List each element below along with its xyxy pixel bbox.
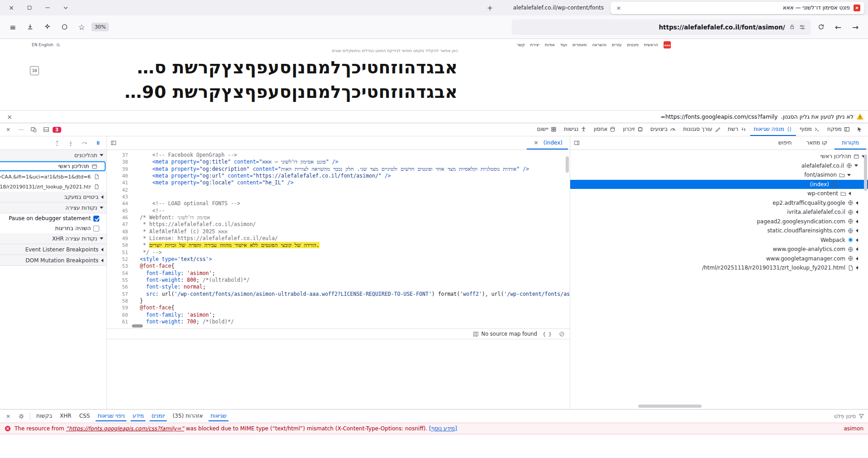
pause-on-exceptions-checkbox[interactable]: [93, 226, 99, 231]
sources-vertical-scrollbar[interactable]: [864, 154, 867, 191]
code-line[interactable]: <!-- LOAD optional FONTS -->: [136, 200, 240, 207]
tree-item-domain[interactable]: ep2.adtrafficquality.google: [570, 198, 868, 208]
step-in-icon[interactable]: [64, 136, 78, 149]
collapse-editor-pane-icon[interactable]: [109, 139, 118, 148]
line-number[interactable]: 57: [107, 291, 136, 298]
code-line[interactable]: font-weight: 800; /*(ultrabold)*/: [136, 277, 249, 284]
code-line[interactable]: <meta property="og:description" content=…: [136, 166, 529, 173]
dismiss-warning-icon[interactable]: ×: [5, 113, 15, 121]
sparkle-extension-icon[interactable]: [40, 20, 54, 34]
filter-logs[interactable]: יומנים: [150, 411, 167, 421]
code-line[interactable]: */ -->: [136, 249, 161, 256]
language-switcher[interactable]: EN English: [32, 43, 60, 47]
twisty-collapsed-icon[interactable]: [856, 220, 858, 223]
line-number[interactable]: 37: [107, 152, 136, 159]
step-over-icon[interactable]: [78, 136, 91, 149]
filter-debug[interactable]: ניפוי שגיאות: [96, 411, 126, 421]
code-line[interactable]: <!--: [136, 207, 165, 214]
line-number[interactable]: 45: [107, 207, 136, 214]
tab-memory[interactable]: זיכרון: [619, 123, 647, 136]
line-number[interactable]: 42: [107, 187, 136, 193]
forward-icon[interactable]: →: [848, 20, 863, 34]
tree-item-folder[interactable]: font/asimon: [570, 170, 868, 180]
code-line[interactable]: font-family: 'asimon';: [136, 270, 215, 277]
line-number[interactable]: 47: [107, 221, 136, 228]
tree-item-index-selected[interactable]: (index): [570, 180, 868, 189]
tree-item-folder[interactable]: wp-content: [570, 189, 868, 198]
code-line[interactable]: @font-face{: [136, 263, 174, 270]
downloads-icon[interactable]: [23, 20, 37, 34]
line-number[interactable]: 38: [107, 159, 136, 165]
tab-sources[interactable]: מקורות: [834, 136, 866, 149]
pause-on-debugger-row[interactable]: Pause on debugger statement: [0, 213, 107, 223]
shield-extension-icon[interactable]: [57, 20, 72, 34]
code-line[interactable]: src: url('/wp-content/fonts/asimon/asimo…: [136, 291, 570, 298]
tree-item-main-thread[interactable]: תהליכון ראשי: [570, 152, 868, 161]
code-line[interactable]: <meta property="og:locale" content="he_I…: [136, 179, 293, 186]
minimize-button[interactable]: [40, 2, 55, 14]
tab-secondary[interactable]: alefalefalef.co.il/wp-content/fonts: [499, 2, 608, 14]
tab-performance[interactable]: ביצועים: [647, 123, 679, 136]
dom-mutation-breakpoints-header[interactable]: DOM Mutation Breakpoints: [0, 255, 107, 266]
devtools-menu-icon[interactable]: ⋯: [15, 123, 27, 136]
code-line[interactable]: font-family: 'asimon';: [136, 312, 215, 318]
line-number[interactable]: 55: [107, 277, 136, 284]
twisty-expanded-icon[interactable]: [847, 174, 851, 176]
error-source-link[interactable]: asimon: [844, 425, 863, 432]
twisty-collapsed-icon[interactable]: [849, 192, 851, 195]
pretty-print-icon[interactable]: { }: [543, 331, 552, 337]
code-line[interactable]: [136, 187, 140, 193]
code-line[interactable]: <style type='text/css'>: [136, 256, 212, 263]
tree-item-webpack[interactable]: Webpack: [570, 236, 868, 245]
filter-xhr[interactable]: XHR: [58, 411, 73, 421]
code-line[interactable]: /* Webfont: אסימון דו־לשוני: [136, 214, 210, 221]
line-number[interactable]: 46: [107, 214, 136, 221]
line-number[interactable]: 56: [107, 284, 136, 290]
code-line[interactable]: * AlefAlefAlef (c) 2025 אאא: [136, 228, 228, 235]
line-number[interactable]: 39: [107, 166, 136, 173]
line-number[interactable]: 48: [107, 228, 136, 235]
reload-icon[interactable]: [814, 20, 828, 34]
bookmark-star-icon[interactable]: ☆: [74, 20, 89, 34]
threads-header[interactable]: תהליכונים: [0, 150, 107, 161]
new-tab-button[interactable]: +: [484, 2, 496, 14]
tree-item-file[interactable]: /html/r20251118/r20190131/zrt_lookup_fy2…: [570, 263, 868, 273]
learn-more-link[interactable]: [מידע נוסף]: [429, 425, 457, 432]
code-editor[interactable]: 37 <!-- Facebook OpenGraph --> 38 <meta …: [107, 150, 570, 328]
tab-debugger[interactable]: מנפה שגיאות: [750, 123, 796, 136]
code-line[interactable]: font-weight: 700; /*(bold)*/: [136, 318, 234, 325]
line-number[interactable]: 58: [107, 298, 136, 304]
url-bar[interactable]: https://alefalefalef.co.il/font/asimon/: [512, 19, 811, 35]
code-line[interactable]: <!-- Facebook OpenGraph -->: [136, 152, 237, 159]
tree-item-domain[interactable]: alefalefalef.co.il: [570, 161, 868, 171]
code-line[interactable]: * https://alefalefalef.co.il/asimon/: [136, 221, 256, 228]
line-number[interactable]: 59: [107, 304, 136, 311]
tab-storage[interactable]: אחסון: [590, 123, 619, 136]
filter-info[interactable]: מידע: [131, 411, 145, 421]
line-number[interactable]: 54: [107, 270, 136, 277]
line-number[interactable]: 61: [107, 318, 136, 325]
twisty-collapsed-icon[interactable]: [856, 257, 858, 260]
thread-frame[interactable]: ...l/r20251118/r20190131/zrt_lookup_fy20…: [0, 182, 107, 192]
filter-errors[interactable]: שגיאות: [209, 411, 228, 421]
editor-vertical-scrollbar[interactable]: [566, 156, 569, 173]
source-file-tab[interactable]: (index) ×: [527, 136, 568, 149]
line-number[interactable]: 51: [107, 249, 136, 256]
twisty-collapsed-icon[interactable]: [856, 210, 858, 214]
tab-network[interactable]: רשת: [724, 123, 750, 136]
tab-accessibility[interactable]: נגישות: [560, 123, 590, 136]
tab-style-editor[interactable]: עורך סגנונות: [679, 123, 724, 136]
tree-item-domain[interactable]: pagead2.googlesyndication.com: [570, 217, 868, 227]
tab-search[interactable]: חיפוש: [771, 136, 799, 149]
close-source-tab-icon[interactable]: ×: [532, 139, 540, 146]
tab-console[interactable]: מסוף: [796, 123, 824, 136]
xhr-breakpoints-header[interactable]: נקודות עצירה XHR ＋: [0, 233, 107, 244]
code-line[interactable]: [136, 193, 140, 200]
pause-icon[interactable]: [91, 136, 105, 149]
tab-application[interactable]: יישום: [533, 123, 560, 136]
tab-active[interactable]: א פונט אסימון דו־לשוני — אאא ×: [611, 2, 864, 14]
collapse-sources-pane-icon[interactable]: [572, 139, 581, 148]
site-nav-links[interactable]: הראשית פונטים עזרים והשראה מאמרים ועוד א…: [517, 43, 658, 47]
tree-item-domain[interactable]: www.googletagmanager.com: [570, 254, 868, 264]
code-line[interactable]: * License: https://alefalefalef.co.il/eu…: [136, 235, 278, 242]
